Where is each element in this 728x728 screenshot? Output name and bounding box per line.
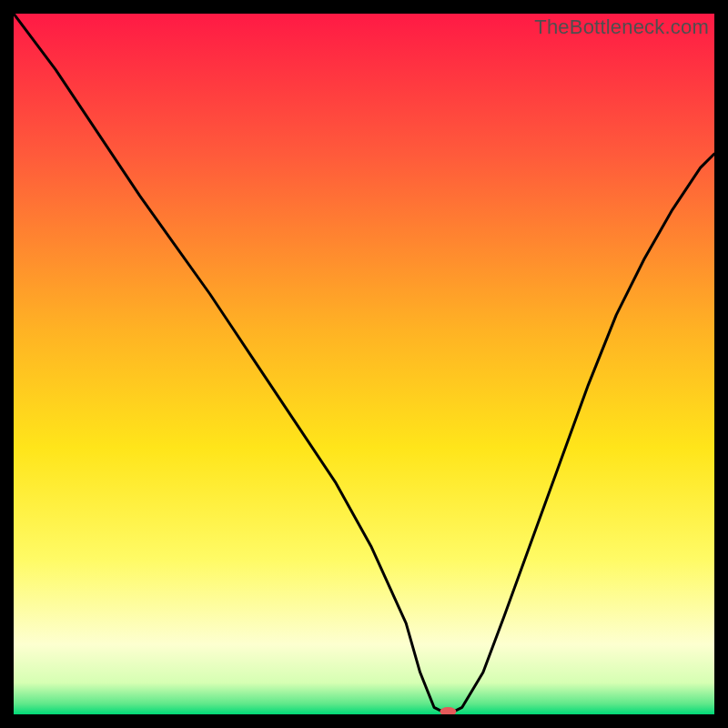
chart-frame: TheBottleneck.com [14, 14, 714, 714]
plot-background [14, 14, 714, 714]
watermark-label: TheBottleneck.com [534, 15, 709, 39]
bottleneck-chart [14, 14, 714, 714]
